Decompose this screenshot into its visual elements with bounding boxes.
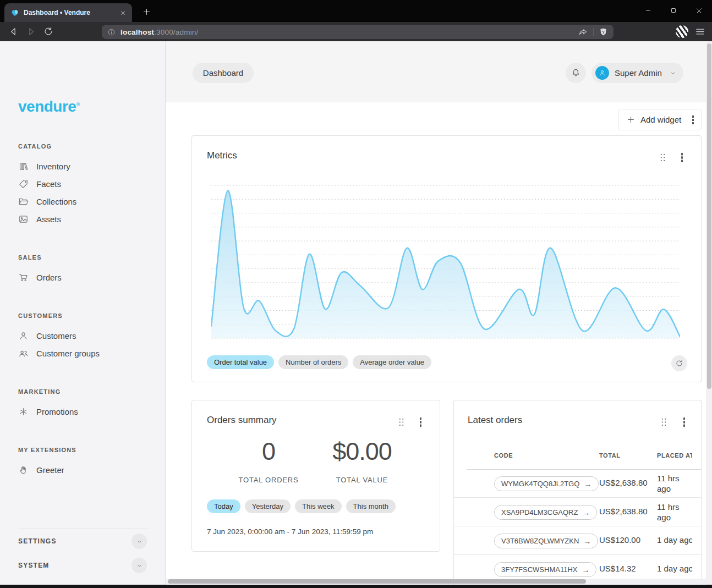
order-total: US$2,638.80 — [599, 507, 648, 516]
sidebar-item-inventory[interactable]: Inventory — [18, 157, 147, 175]
order-total: US$2,638.80 — [599, 478, 648, 487]
reload-icon[interactable] — [43, 26, 55, 38]
drag-handle-icon[interactable] — [661, 417, 667, 426]
column-total: TOTAL — [599, 452, 621, 459]
column-code: CODE — [494, 452, 513, 459]
chevron-down-icon[interactable] — [132, 534, 147, 549]
tab-title: Dashboard • Vendure — [24, 9, 113, 17]
brave-shield-icon[interactable] — [599, 27, 608, 37]
chevron-down-icon — [669, 69, 677, 77]
vendure-favicon-icon — [10, 8, 19, 17]
drag-handle-icon[interactable] — [660, 153, 666, 162]
metric-filters: Order total value Number of orders Avera… — [207, 355, 431, 369]
divider — [593, 28, 594, 36]
kebab-menu-icon[interactable] — [419, 417, 422, 427]
metrics-widget: Metrics Order total value Number of orde… — [191, 135, 702, 382]
sidebar-section-marketing: MARKETING — [18, 388, 147, 395]
order-code-link[interactable]: XSA9PD4LM3CGAQRZ→ — [494, 505, 597, 520]
arrow-right-icon: → — [584, 480, 591, 488]
tab-close-icon[interactable] — [118, 8, 128, 18]
window-close-button[interactable] — [686, 0, 711, 21]
sidebar-item-customers[interactable]: Customers — [18, 327, 147, 344]
tab-strip: Dashboard • Vendure — [0, 0, 712, 22]
order-placed-at: 11 hrs ago — [657, 502, 692, 523]
range-this-week[interactable]: This week — [295, 499, 342, 513]
notifications-button[interactable] — [566, 63, 586, 83]
bell-icon — [571, 68, 581, 78]
window-bottom-edge — [0, 585, 712, 588]
table-row: XSA9PD4LM3CGAQRZ→ US$2,638.80 11 hrs ago — [454, 498, 701, 526]
vertical-scrollbar[interactable] — [706, 41, 712, 585]
window-maximize-button[interactable] — [661, 0, 686, 21]
user-menu[interactable]: Super Admin — [591, 63, 683, 83]
share-icon[interactable] — [578, 27, 588, 37]
sidebar-item-label: Inventory — [36, 162, 70, 171]
horizontal-scrollbar[interactable] — [166, 579, 706, 584]
column-placed-at: PLACED AT — [657, 452, 692, 459]
browser-menu-icon[interactable] — [694, 26, 706, 37]
refresh-button[interactable] — [671, 355, 687, 371]
page-viewport: vendure® CATALOG Inventory Facets Collec… — [0, 41, 712, 585]
range-yesterday[interactable]: Yesterday — [245, 499, 291, 513]
horizontal-scrollbar-thumb[interactable] — [168, 579, 586, 584]
browser-tab[interactable]: Dashboard • Vendure — [4, 3, 132, 22]
sidebar-item-assets[interactable]: Assets — [18, 210, 147, 228]
sidebar-item-label: Promotions — [36, 407, 78, 416]
user-icon — [18, 331, 29, 341]
date-range-text: 7 Jun 2023, 0:00:00 am - 7 Jun 2023, 11:… — [207, 527, 373, 536]
filter-number-of-orders[interactable]: Number of orders — [278, 355, 348, 369]
date-range-filters: Today Yesterday This week This month — [207, 499, 396, 513]
kebab-menu-icon[interactable] — [683, 417, 686, 427]
url-bar[interactable]: localhost:3000/admin/ — [102, 25, 614, 39]
cart-icon — [18, 272, 29, 283]
sidebar-item-label: Customer groups — [36, 349, 100, 358]
chevron-down-icon[interactable] — [132, 558, 147, 573]
sidebar-item-customer-groups[interactable]: Customer groups — [18, 344, 147, 362]
add-widget-button[interactable]: Add widget — [618, 109, 702, 130]
sidebar-section-system[interactable]: SYSTEM — [18, 553, 147, 578]
kebab-menu-icon[interactable] — [681, 152, 683, 162]
browser-window: Dashboard • Vendure localhost:3000/admin… — [0, 0, 712, 588]
sidebar-item-facets[interactable]: Facets — [18, 175, 147, 193]
forward-icon[interactable] — [25, 26, 37, 38]
profile-avatar[interactable] — [676, 25, 688, 38]
drag-handle-icon[interactable] — [398, 417, 404, 426]
range-this-month[interactable]: This month — [346, 499, 396, 513]
site-info-icon[interactable] — [107, 28, 116, 36]
new-tab-button[interactable] — [140, 5, 153, 18]
orders-summary-widget: Orders summary 0 TOTAL ORDERS $0.00 TOTA… — [191, 400, 440, 552]
table-header: CODE TOTAL PLACED AT — [454, 450, 701, 469]
widget-title: Latest orders — [468, 415, 522, 426]
arrow-right-icon: → — [582, 565, 589, 574]
latest-orders-widget: Latest orders CODE TOTAL PLACED AT WYMGK… — [453, 400, 702, 587]
sidebar-section-settings[interactable]: SETTINGS — [18, 529, 147, 553]
metrics-chart — [211, 182, 680, 343]
breadcrumb[interactable]: Dashboard — [193, 63, 254, 83]
sidebar-item-label: Customers — [36, 331, 76, 340]
range-today[interactable]: Today — [207, 499, 240, 513]
metrics-chart-area — [211, 182, 680, 343]
kebab-menu-icon[interactable] — [692, 115, 694, 124]
sidebar-item-collections[interactable]: Collections — [18, 193, 147, 210]
order-total: US$120.00 — [599, 535, 640, 545]
filter-average-order-value[interactable]: Average order value — [353, 355, 431, 369]
order-code-link[interactable]: V3T6BW8ZQLWMYZKN→ — [494, 534, 598, 548]
vendure-logo[interactable]: vendure® — [18, 99, 147, 114]
order-code-link[interactable]: 3FY7FSCWSHMA11HX→ — [494, 562, 596, 577]
sidebar-item-orders[interactable]: Orders — [18, 268, 147, 286]
asterisk-icon — [18, 406, 29, 417]
filter-order-total-value[interactable]: Order total value — [207, 355, 274, 369]
total-value-label: TOTAL VALUE — [307, 476, 417, 484]
back-icon[interactable] — [8, 26, 20, 38]
sidebar-item-greeter[interactable]: Greeter — [18, 461, 147, 479]
sidebar-item-promotions[interactable]: Promotions — [18, 403, 147, 420]
window-minimize-button[interactable] — [636, 0, 661, 21]
order-total: US$14.32 — [599, 564, 636, 573]
total-value-stat: $0.00 TOTAL VALUE — [307, 436, 417, 484]
vertical-scrollbar-thumb[interactable] — [707, 43, 711, 389]
sidebar-item-label: Assets — [36, 215, 61, 224]
users-icon — [18, 348, 29, 359]
order-code-link[interactable]: WYMGK4TQQ8JL2TGQ→ — [494, 476, 599, 491]
sidebar-item-label: Facets — [36, 179, 61, 189]
books-icon — [18, 161, 29, 172]
